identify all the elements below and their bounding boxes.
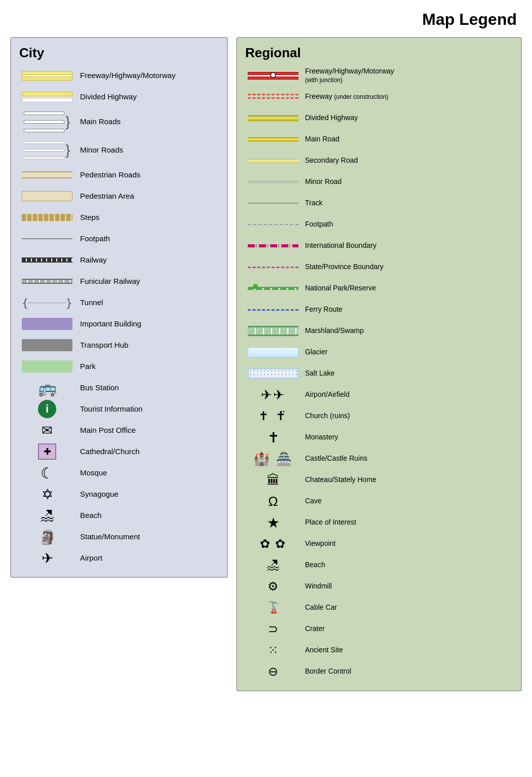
regional-panel: Regional Freeway/Highway/Motorway(with j… xyxy=(236,37,522,691)
list-item: ✝ ✝̈ Church (ruins) xyxy=(245,406,513,426)
list-item: ✉ Main Post Office xyxy=(19,421,219,440)
list-item: Salt Lake xyxy=(245,364,513,383)
list-item: ✚ Cathedral/Church xyxy=(19,442,219,461)
list-item: } Main Roads xyxy=(19,108,219,135)
list-item: Main Road xyxy=(245,130,513,149)
city-panel: City Freeway/Highway/Motorway D xyxy=(10,37,228,578)
regional-heading: Regional xyxy=(245,45,513,61)
list-item: Ferry Route xyxy=(245,300,513,319)
list-item: Minor Road xyxy=(245,172,513,192)
list-item: ✡ Synagogue xyxy=(19,485,219,504)
list-item: 🏖 Beach xyxy=(19,506,219,525)
page-title: Map Legend xyxy=(10,10,522,29)
list-item: 🚡 Cable Car xyxy=(245,598,513,617)
list-item: Freeway (under construction) xyxy=(245,87,513,106)
list-item: ✿ ✿ Viewpoint xyxy=(245,534,513,553)
list-item: i Tourist Information xyxy=(19,399,219,419)
city-heading: City xyxy=(19,45,219,61)
list-item: ✈ Airport xyxy=(19,548,219,568)
list-item: ⁙ Ancient Site xyxy=(245,641,513,660)
list-item: 🏖 Beach xyxy=(245,556,513,575)
list-item: 🏛 Chateau/Stately Home xyxy=(245,470,513,490)
list-item: ⊃ Crater xyxy=(245,619,513,639)
list-item: Freeway/Highway/Motorway(with junction) xyxy=(245,66,513,85)
list-item: ✝ Monastery xyxy=(245,428,513,447)
list-item: ✈✈ Airport/Airfield xyxy=(245,385,513,404)
list-item: Park xyxy=(19,357,219,376)
list-item: Important Building xyxy=(19,314,219,334)
list-item: ☾ Mosque xyxy=(19,463,219,483)
list-item: { } Tunnel xyxy=(19,293,219,312)
list-item: Railway xyxy=(19,250,219,270)
list-item: Track xyxy=(245,194,513,213)
list-item: ⚙ Windmill xyxy=(245,577,513,596)
list-item: 🚌 Bus Station xyxy=(19,378,219,397)
list-item: International Boundary xyxy=(245,236,513,255)
list-item: ⊖ Border Control xyxy=(245,662,513,681)
list-item: Freeway/Highway/Motorway xyxy=(19,66,219,85)
list-item: Pedestrian Roads xyxy=(19,165,219,184)
list-item: Marshland/Swamp xyxy=(245,321,513,341)
list-item: Divided Highway xyxy=(245,108,513,128)
list-item: Glacier xyxy=(245,343,513,362)
list-item: State/Province Boundary xyxy=(245,257,513,277)
list-item: Secondary Road xyxy=(245,151,513,170)
list-item: Steps xyxy=(19,208,219,227)
list-item: ★ Place of Interest xyxy=(245,513,513,532)
list-item: Funicular Railway xyxy=(19,272,219,291)
list-item: Divided Highway xyxy=(19,87,219,106)
list-item: Pedestrian Area xyxy=(19,187,219,206)
list-item: } Minor Roads xyxy=(19,137,219,163)
list-item: Footpath xyxy=(19,229,219,248)
list-item: Ω Cave xyxy=(245,492,513,511)
list-item: 🏰 🏯 Castle/Castle Ruins xyxy=(245,449,513,468)
list-item: Transport Hub xyxy=(19,336,219,355)
list-item: National Park/Reserve xyxy=(245,279,513,298)
list-item: Footpath xyxy=(245,215,513,234)
list-item: 🗿 Statue/Monument xyxy=(19,527,219,546)
